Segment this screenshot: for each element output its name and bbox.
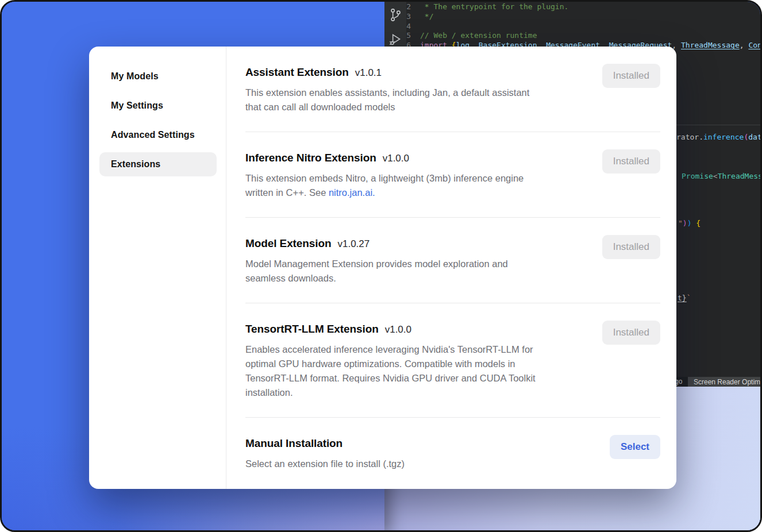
line-number: 4 [384,22,420,32]
extension-version: v1.0.0 [385,324,411,336]
code-fragment: ")) { [678,219,701,229]
extension-info: Assistant Extensionv1.0.1This extension … [245,66,529,114]
code-token: ThreadMessage [718,172,762,180]
extension-title: Assistant Extension [245,66,349,79]
extension-section-model-extension: Model Extensionv1.0.27Model Management E… [245,217,660,303]
code-token: ` [687,294,691,302]
code-lines: 2 * The entrypoint for the plugin.3 */45… [384,2,762,51]
code-token: , [740,41,749,49]
code-token: */ [420,12,433,21]
extension-section-manual-installation: Manual InstallationSelect an extension f… [245,417,660,488]
code-fragment: Promise<ThreadMessage> [682,172,762,182]
line-number: 3 [384,12,420,22]
extension-info: Manual InstallationSelect an extension f… [245,437,405,471]
code-token: Promise [682,172,713,180]
installed-button-assistant-extension[interactable]: Installed [602,64,660,88]
sidebar-item-label: My Settings [111,101,163,111]
code-line: 5// Web / extension runtime [384,31,762,41]
code-token: * The entrypoint for the plugin. [420,2,568,11]
nitro-jan-ai-link[interactable]: nitro.jan.ai. [329,187,375,198]
sidebar-item-label: Extensions [111,159,160,169]
code-line: 3 */ [384,12,762,22]
line-number: 5 [384,31,420,41]
extension-description: This extension embeds Nitro, a lightweig… [245,171,524,200]
code-token: < [713,172,718,180]
sidebar-item-my-models[interactable]: My Models [99,64,217,88]
app-window: 2 * The entrypoint for the plugin.3 */45… [0,0,762,532]
line-number: 2 [384,2,420,12]
extension-title: Manual Installation [245,437,342,450]
installed-button-model-extension[interactable]: Installed [602,235,660,259]
extension-description: This extension enables assistants, inclu… [245,86,529,114]
code-token: t} [678,294,687,302]
sidebar-item-extensions[interactable]: Extensions [99,152,217,176]
code-line: 2 * The entrypoint for the plugin. [384,2,762,12]
code-token: , [672,41,681,49]
settings-modal: My ModelsMy SettingsAdvanced SettingsExt… [89,47,676,489]
extension-info: Model Extensionv1.0.27Model Management E… [245,237,508,286]
code-token: " [678,219,683,228]
extension-info: TensortRT-LLM Extensionv1.0.0Enables acc… [245,323,536,400]
code-token: // Web / extension runtime [420,31,537,40]
code-token: data [748,133,762,141]
extension-title: Model Extension [245,237,331,250]
code-token: { [696,219,701,228]
sidebar-item-my-settings[interactable]: My Settings [99,94,217,118]
extension-info: Inference Nitro Extensionv1.0.0This exte… [245,152,524,200]
extension-description: Model Management Extension provides mode… [245,257,508,286]
code-token: . [699,133,703,141]
extensions-panel: Assistant Extensionv1.0.1This extension … [226,47,676,489]
code-fragment: rator.inference(data)); [676,133,762,142]
code-fragment: t}` [678,294,691,303]
extension-description: Select an extension file to install (.tg… [245,457,405,471]
extension-description: Enables accelerated inference leveraging… [245,342,536,400]
sidebar-item-advanced-settings[interactable]: Advanced Settings [99,123,217,147]
extension-version: v1.0.1 [355,67,382,79]
code-token: rator [676,133,699,141]
code-token: ContentType [748,41,762,49]
screen-reader-optimized-badge[interactable]: Screen Reader Optimized [688,377,762,387]
settings-sidebar: My ModelsMy SettingsAdvanced SettingsExt… [89,47,226,489]
extension-section-inference-nitro-extension: Inference Nitro Extensionv1.0.0This exte… [245,132,660,217]
code-token: ThreadMessage [681,41,740,49]
sidebar-item-label: Advanced Settings [111,130,195,140]
extension-section-tensortrt-llm-extension: TensortRT-LLM Extensionv1.0.0Enables acc… [245,303,660,417]
code-token: inference [703,133,744,141]
extension-version: v1.0.0 [383,153,409,164]
select-button-manual-installation[interactable]: Select [610,435,660,459]
installed-button-inference-nitro-extension[interactable]: Installed [602,149,660,174]
installed-button-tensortrt-llm-extension[interactable]: Installed [602,321,660,345]
extension-title: Inference Nitro Extension [245,152,376,164]
extension-title: TensortRT-LLM Extension [245,323,379,336]
code-token: ) [683,219,687,228]
sidebar-item-label: My Models [111,71,159,82]
code-line: 4 [384,22,762,32]
extension-version: v1.0.27 [337,238,370,250]
extension-section-assistant-extension: Assistant Extensionv1.0.1This extension … [245,47,660,132]
